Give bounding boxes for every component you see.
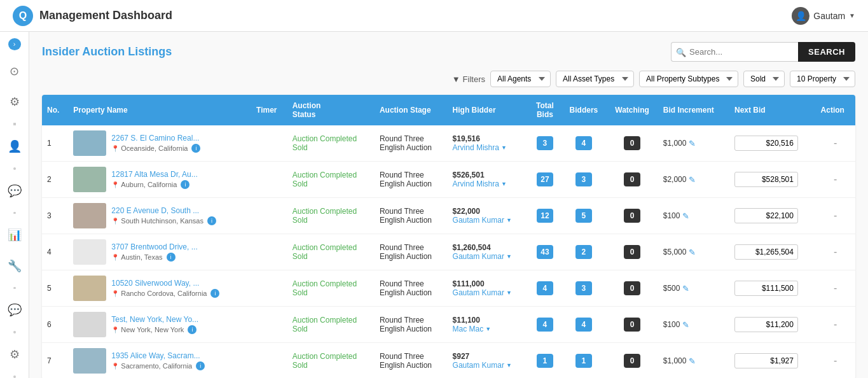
next-bid-input-5[interactable] bbox=[734, 281, 798, 296]
filter-count-select[interactable]: 10 Property bbox=[790, 71, 855, 87]
row-no-3: 3 bbox=[42, 198, 68, 234]
search-input-wrapper: 🔍 bbox=[671, 42, 798, 62]
sidebar-item-users[interactable]: 👤 bbox=[4, 137, 25, 156]
high-bidder-name-7[interactable]: Gautam Kumar ▼ bbox=[453, 361, 524, 370]
action-dash-5: - bbox=[834, 283, 837, 293]
sidebar-item-chat[interactable]: 💬 bbox=[4, 300, 25, 319]
info-badge-4[interactable]: i bbox=[167, 253, 176, 262]
auction-status-text-5: Auction Completed bbox=[293, 279, 369, 288]
row-total-bids-1: 3 bbox=[528, 125, 561, 162]
sidebar-expand-button[interactable]: › bbox=[8, 38, 21, 50]
high-bidder-name-5[interactable]: Gautam Kumar ▼ bbox=[453, 288, 524, 297]
edit-bid-increment-icon-1[interactable]: ✎ bbox=[689, 139, 696, 148]
info-badge-3[interactable]: i bbox=[207, 216, 216, 225]
total-bids-badge-6: 4 bbox=[537, 318, 553, 332]
row-auction-stage-1: Round ThreeEnglish Auction bbox=[375, 125, 448, 162]
bidder-chevron-icon-4: ▼ bbox=[506, 253, 512, 260]
row-auction-stage-5: Round ThreeEnglish Auction bbox=[375, 270, 448, 307]
property-link-4[interactable]: 3707 Brentwood Drive, ... bbox=[111, 242, 197, 251]
search-bar: 🔍 SEARCH bbox=[671, 42, 855, 62]
filter-property-subtype-select[interactable]: All Property Subtypes bbox=[639, 71, 738, 87]
edit-bid-increment-icon-7[interactable]: ✎ bbox=[689, 356, 696, 366]
bid-increment-value-2: $2,000 bbox=[663, 175, 687, 184]
row-no-1: 1 bbox=[42, 125, 68, 162]
bidder-chevron-icon-5: ▼ bbox=[506, 290, 512, 296]
user-name: Gautam bbox=[813, 11, 845, 21]
sidebar-item-home[interactable]: ⊙ bbox=[4, 62, 25, 81]
row-next-bid-2 bbox=[729, 162, 816, 198]
row-no-2: 2 bbox=[42, 162, 68, 198]
property-link-2[interactable]: 12817 Alta Mesa Dr, Au... bbox=[111, 170, 197, 179]
high-bidder-name-1[interactable]: Arvind Mishra ▼ bbox=[453, 143, 524, 152]
location-pin-icon-6: 📍 bbox=[111, 326, 119, 333]
auction-status-text-3: Auction Completed bbox=[293, 207, 369, 216]
row-timer-7 bbox=[251, 343, 287, 379]
edit-bid-increment-icon-4[interactable]: ✎ bbox=[689, 248, 696, 257]
high-bidder-name-6[interactable]: Mac Mac ▼ bbox=[453, 325, 524, 333]
row-auction-stage-4: Round ThreeEnglish Auction bbox=[375, 234, 448, 270]
col-auction-status: AuctionStatus bbox=[287, 95, 375, 125]
search-input[interactable] bbox=[671, 42, 798, 62]
next-bid-input-3[interactable] bbox=[734, 208, 798, 223]
search-button[interactable]: SEARCH bbox=[798, 42, 855, 62]
property-link-5[interactable]: 10520 Silverwood Way, ... bbox=[111, 279, 219, 288]
action-dash-3: - bbox=[834, 210, 837, 221]
row-no-6: 6 bbox=[42, 307, 68, 343]
next-bid-input-7[interactable] bbox=[734, 353, 798, 368]
edit-bid-increment-icon-2[interactable]: ✎ bbox=[689, 175, 696, 185]
sidebar-item-messages[interactable]: 💬 bbox=[4, 181, 25, 200]
top-header: Q Management Dashboard 👤 Gautam ▼ bbox=[0, 0, 868, 32]
info-badge-7[interactable]: i bbox=[196, 361, 205, 370]
logo-icon: Q bbox=[13, 6, 33, 26]
info-badge-2[interactable]: i bbox=[181, 180, 189, 189]
next-bid-input-2[interactable] bbox=[734, 172, 798, 187]
high-bidder-name-3[interactable]: Gautam Kumar ▼ bbox=[453, 216, 524, 225]
sidebar-item-tools[interactable]: 🔧 bbox=[4, 256, 25, 275]
sold-status-text-4: Sold bbox=[293, 252, 369, 261]
user-info[interactable]: 👤 Gautam ▼ bbox=[792, 7, 855, 25]
property-link-7[interactable]: 1935 Alice Way, Sacram... bbox=[111, 351, 205, 360]
property-link-6[interactable]: Test, New York, New Yo... bbox=[111, 315, 198, 324]
filters-text: Filters bbox=[463, 74, 485, 84]
high-bid-amount-1: $19,516 bbox=[453, 134, 524, 143]
sidebar-item-analytics[interactable]: 📊 bbox=[4, 225, 25, 244]
row-action-7: - bbox=[816, 343, 855, 379]
filter-status-select[interactable]: Sold bbox=[743, 71, 785, 87]
row-next-bid-5 bbox=[729, 270, 816, 307]
property-link-3[interactable]: 220 E Avenue D, South ... bbox=[111, 206, 216, 215]
row-bidders-5: 3 bbox=[561, 270, 606, 307]
sold-status-text-7: Sold bbox=[293, 361, 369, 370]
filter-agents-select[interactable]: All Agents bbox=[490, 71, 551, 87]
property-location-2: Auburn, California bbox=[121, 181, 177, 188]
sidebar-item-settings[interactable]: ⚙ bbox=[4, 92, 25, 111]
info-badge-5[interactable]: i bbox=[210, 289, 219, 298]
property-link-1[interactable]: 2267 S. El Camino Real... bbox=[111, 134, 200, 143]
sidebar-item-config[interactable]: ⚙ bbox=[4, 345, 25, 364]
watching-badge-3: 0 bbox=[624, 209, 640, 223]
row-auction-stage-7: Round ThreeEnglish Auction bbox=[375, 343, 448, 379]
row-next-bid-3 bbox=[729, 198, 816, 234]
row-property-1: 2267 S. El Camino Real... 📍 Oceanside, C… bbox=[68, 125, 251, 162]
sold-status-text-5: Sold bbox=[293, 288, 369, 297]
info-badge-6[interactable]: i bbox=[188, 325, 196, 334]
edit-bid-increment-icon-5[interactable]: ✎ bbox=[682, 284, 689, 293]
row-watching-6: 0 bbox=[606, 307, 658, 343]
col-watching: Watching bbox=[606, 95, 658, 125]
next-bid-input-6[interactable] bbox=[734, 317, 798, 332]
edit-bid-increment-icon-3[interactable]: ✎ bbox=[682, 211, 689, 221]
location-pin-icon-7: 📍 bbox=[111, 363, 119, 370]
next-bid-input-4[interactable] bbox=[734, 244, 798, 260]
high-bidder-name-4[interactable]: Gautam Kumar ▼ bbox=[453, 252, 524, 261]
row-next-bid-7 bbox=[729, 343, 816, 379]
property-location-5: Rancho Cordova, California bbox=[121, 290, 207, 297]
edit-bid-increment-icon-6[interactable]: ✎ bbox=[682, 320, 689, 330]
info-badge-1[interactable]: i bbox=[191, 144, 200, 153]
col-bidders: Bidders bbox=[561, 95, 606, 125]
location-pin-icon-3: 📍 bbox=[111, 218, 119, 225]
high-bidder-name-2[interactable]: Arvind Mishra ▼ bbox=[453, 179, 524, 188]
bid-increment-value-5: $500 bbox=[663, 284, 680, 293]
property-location-3: South Hutchinson, Kansas bbox=[121, 217, 203, 225]
filter-asset-type-select[interactable]: All Asset Types bbox=[556, 71, 634, 87]
next-bid-input-1[interactable] bbox=[734, 136, 798, 151]
row-property-4: 3707 Brentwood Drive, ... 📍 Austin, Texa… bbox=[68, 234, 251, 270]
